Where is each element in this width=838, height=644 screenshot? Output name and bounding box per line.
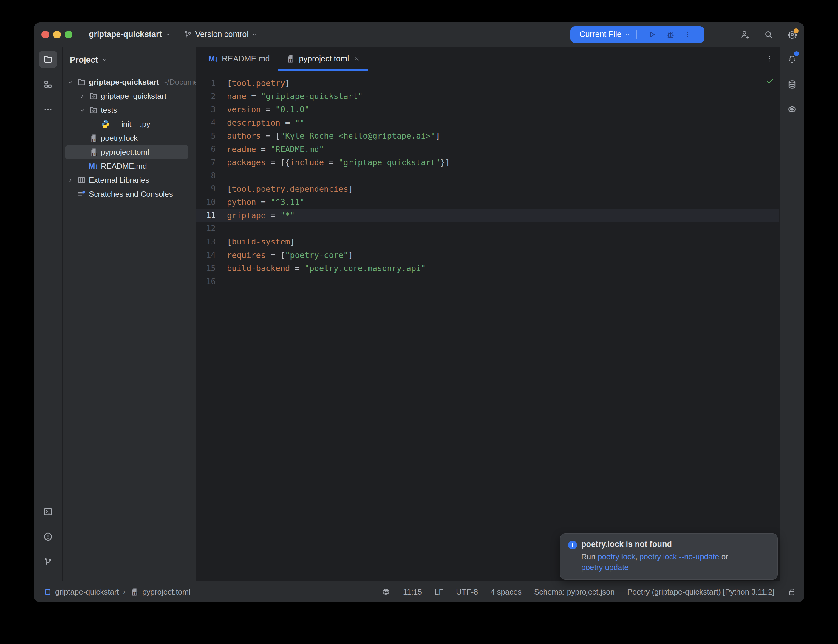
status-widget-file-encoding[interactable]: UTF-8 xyxy=(456,587,478,596)
add-user-icon[interactable] xyxy=(739,30,750,39)
info-icon: i xyxy=(568,540,577,549)
code-token: tool.poetry xyxy=(232,79,285,88)
code-token: [ xyxy=(227,184,232,194)
code-token: = [ xyxy=(266,250,285,260)
code-line: 2 name = "griptape-quickstart" xyxy=(196,89,779,103)
package-folder-icon xyxy=(88,90,99,102)
code-token: ] xyxy=(348,184,353,194)
code-token: = xyxy=(261,105,276,114)
kebab-menu-icon[interactable] xyxy=(766,54,774,63)
link-poetry-update[interactable]: poetry update xyxy=(581,563,629,572)
chevron-down-icon xyxy=(251,31,257,38)
copilot-icon[interactable] xyxy=(783,101,801,118)
code-editor[interactable]: 1 [tool.poetry] 2 name = "griptape-quick… xyxy=(196,71,779,581)
folder-icon xyxy=(76,77,87,88)
line-number: 11 xyxy=(196,211,225,220)
ide-window: griptape-quickstart Version control Curr… xyxy=(34,22,804,602)
status-widget-python-interpreter[interactable]: Poetry (griptape-quickstart) [Python 3.1… xyxy=(627,587,774,596)
copilot-icon xyxy=(381,587,391,596)
code-token: build-system xyxy=(232,237,290,246)
tree-item-init-py[interactable]: __init__.py xyxy=(65,117,189,131)
code-token: "poetry.core.masonry.api" xyxy=(304,264,426,273)
code-token: build-backend xyxy=(227,264,290,273)
status-widget-line-separator[interactable]: LF xyxy=(434,587,444,596)
run-config-selector[interactable]: Current File xyxy=(580,30,621,39)
code-line: 8 xyxy=(196,169,779,182)
database-icon[interactable] xyxy=(783,76,801,93)
status-widget-copilot-status[interactable] xyxy=(381,587,391,596)
structure-icon[interactable] xyxy=(39,76,57,93)
line-number: 13 xyxy=(196,237,225,246)
code-line: 3 version = "0.1.0" xyxy=(196,103,779,116)
notification-title: poetry.lock is not found xyxy=(581,540,728,549)
code-token: [ xyxy=(227,79,232,88)
tree-item-readme-md[interactable]: M↓ README.md xyxy=(65,159,189,173)
code-token: python xyxy=(227,197,256,207)
chevron-spacer xyxy=(77,161,88,172)
chevron-right-icon[interactable] xyxy=(65,175,76,186)
close-window-button[interactable] xyxy=(41,31,49,38)
tab-pyproject-toml[interactable]: [T] pyproject.toml xyxy=(278,46,368,71)
status-widget-write-access[interactable] xyxy=(787,587,797,596)
problems-icon[interactable] xyxy=(39,528,57,545)
search-icon[interactable] xyxy=(764,30,774,39)
status-widget-label: Schema: pyproject.json xyxy=(534,587,615,596)
package-folder-icon xyxy=(88,105,99,116)
tree-item-external-libraries[interactable]: External Libraries xyxy=(65,173,189,187)
link-poetry-lock[interactable]: poetry lock xyxy=(598,552,635,561)
project-panel-header[interactable]: Project xyxy=(62,46,196,73)
breadcrumb-pyproject-toml[interactable]: [T] pyproject.toml xyxy=(130,587,191,596)
line-number: 2 xyxy=(196,92,225,101)
zoom-window-button[interactable] xyxy=(65,31,72,38)
tree-item-poetry-lock[interactable]: [T] poetry.lock xyxy=(65,131,189,145)
chevron-down-icon[interactable] xyxy=(77,105,88,116)
project-name: griptape-quickstart xyxy=(89,30,162,39)
close-icon[interactable] xyxy=(353,55,361,62)
minimize-window-button[interactable] xyxy=(53,31,61,38)
kebab-menu-icon[interactable] xyxy=(684,30,692,39)
line-number: 9 xyxy=(196,184,225,193)
tree-item-label: README.md xyxy=(101,162,147,171)
run-icon[interactable] xyxy=(647,30,657,39)
code-token: = xyxy=(256,145,271,154)
tree-item-label: tests xyxy=(101,105,117,115)
settings-icon[interactable] xyxy=(787,30,797,39)
tree-item-pyproject-toml[interactable]: [T] pyproject.toml xyxy=(65,145,189,159)
breadcrumb-separator-icon: › xyxy=(123,588,126,596)
project-folder-icon[interactable] xyxy=(39,51,57,68)
chevron-spacer xyxy=(89,119,100,130)
more-icon[interactable] xyxy=(39,101,57,118)
breadcrumb-griptape-quickstart[interactable]: griptape-quickstart xyxy=(43,587,119,596)
status-widget-cursor-position[interactable]: 11:15 xyxy=(403,587,422,596)
chevron-right-icon[interactable] xyxy=(77,91,88,102)
git-branch-icon[interactable] xyxy=(39,553,57,570)
link-poetry-lock-no-update[interactable]: poetry lock --no-update xyxy=(639,552,719,561)
tree-item-path: ~/Docume xyxy=(163,77,196,87)
breadcrumbs: griptape-quickstart › [T] pyproject.toml xyxy=(43,587,191,596)
notifications-bell-icon[interactable] xyxy=(783,51,801,68)
project-selector[interactable]: griptape-quickstart xyxy=(89,30,171,39)
code-token: "Kyle Roche <hello@griptape.ai>" xyxy=(280,131,435,140)
terminal-icon[interactable] xyxy=(39,503,57,520)
tree-item-griptape-quickstart[interactable]: griptape-quickstart ~/Docume xyxy=(65,75,189,89)
code-token: ] xyxy=(285,79,290,88)
tab-readme-md[interactable]: M↓ README.md xyxy=(200,46,278,71)
status-widget-json-schema[interactable]: Schema: pyproject.json xyxy=(534,587,615,596)
main-area: Project griptape-quickstart ~/Docume gri… xyxy=(34,46,804,581)
status-widget-indent[interactable]: 4 spaces xyxy=(491,587,522,596)
tree-item-griptape-quickstart[interactable]: griptape_quickstart xyxy=(65,89,189,103)
inspections-ok-icon[interactable] xyxy=(766,77,774,85)
tree-item-scratches-and-consoles[interactable]: Scratches and Consoles xyxy=(65,187,189,201)
vcs-widget[interactable]: Version control xyxy=(183,30,258,39)
run-widget[interactable]: Current File xyxy=(570,26,704,43)
tree-item-tests[interactable]: tests xyxy=(65,103,189,117)
code-line: 16 xyxy=(196,275,779,288)
status-widgets: 11:15LFUTF-84 spacesSchema: pyproject.js… xyxy=(381,587,797,596)
code-token: = xyxy=(256,197,271,207)
debug-icon[interactable] xyxy=(665,30,675,39)
notification-text: or xyxy=(719,552,728,561)
code-token: packages xyxy=(227,158,266,167)
chevron-down-icon[interactable] xyxy=(65,77,76,88)
line-number: 15 xyxy=(196,264,225,273)
vcs-label: Version control xyxy=(196,30,249,39)
